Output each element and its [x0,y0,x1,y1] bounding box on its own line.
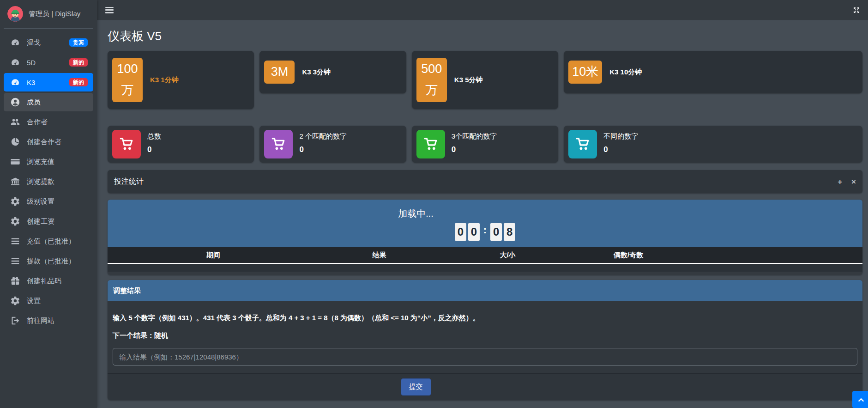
countdown-digit: 8 [504,223,515,241]
k3-card-label[interactable]: K3 5分钟 [454,76,483,85]
list-icon [10,236,20,246]
stat-card-value: 0 [603,145,638,154]
k3-amount-icon: 500万 [416,58,447,102]
sidebar-item-list-10[interactable]: 充值（已批准） [4,232,93,250]
main-area: 仪表板 V5 100万K3 1分钟3MK3 3分钟500万K3 5分钟10米K3… [97,0,868,408]
users-icon [10,117,20,127]
k3-amount-icon: 100万 [112,58,143,102]
badge: 新的 [69,78,88,86]
result-input[interactable] [113,348,857,365]
stat-card-value: 0 [147,145,161,154]
user-name: 管理员 | DigiSlay [29,10,80,18]
cogs-icon [10,216,20,226]
collapse-plus-icon[interactable]: + [838,178,842,186]
k3-card-3: 10米K3 10分钟 [564,51,862,93]
stat-card-0: 总数0 [108,126,254,163]
tachometer-icon [10,37,20,48]
sidebar-item-gift-12[interactable]: 创建礼品码 [4,272,93,290]
user-icon [10,97,20,107]
k3-card-label[interactable]: K3 10分钟 [609,68,642,77]
shopping-cart-icon [264,130,293,158]
k3-card-2: 500万K3 5分钟 [412,51,558,109]
sidebar-item-bank-7[interactable]: 浏览提款 [4,172,93,191]
countdown-digit: 0 [468,223,480,241]
adjust-result-title: 调整结果 [113,286,141,295]
stat-card-value: 0 [452,145,497,154]
countdown-digit: 0 [490,223,502,241]
sidebar-item-list-11[interactable]: 提款（已批准） [4,252,93,270]
results-column-header: 期间 [108,251,319,260]
sidebar-item-sign-out-14[interactable]: 前往网站 [4,311,93,330]
scroll-top-button[interactable] [852,391,868,408]
user-avatar [7,6,23,22]
menu-icon[interactable] [105,7,114,13]
bank-icon [10,177,20,187]
adjust-result-card: 调整结果 输入 5 个数字（例如 431）。431 代表 3 个骰子。总和为 4… [108,280,862,400]
sidebar-item-K3-2[interactable]: K3 新的 [4,73,93,91]
bet-stats-panel-header: 投注统计 + × [108,170,862,193]
results-column-header: 结果 [319,251,440,260]
tachometer-icon [10,77,20,87]
tachometer-icon [10,57,20,67]
next-result-label: 下一个结果：随机 [113,331,857,340]
countdown-digit: 0 [455,223,466,241]
results-column-header: 大/小 [440,251,575,260]
sidebar-item-users-4[interactable]: 合作者 [4,113,93,131]
top-navbar [97,0,868,20]
shopping-cart-icon [416,130,445,158]
submit-button[interactable]: 提交 [401,378,431,396]
results-column-header: 偶数/奇数 [576,251,681,260]
chart-pie-icon [10,137,20,147]
credit-card-icon [10,157,20,167]
gift-icon [10,276,20,286]
chevron-up-icon [857,396,865,404]
stat-card-value: 0 [299,145,347,154]
sidebar-item-chart-pie-5[interactable]: 创建合作者 [4,133,93,151]
stat-cards-row: 总数02 个匹配的数字03个匹配的数字0不同的数字0 [108,126,862,163]
k3-amount-icon: 10米 [568,61,602,84]
shopping-cart-icon [568,130,597,158]
sidebar-item-温戈-0[interactable]: 温戈 贵宾 [4,33,93,52]
k3-card-label[interactable]: K3 3分钟 [302,68,331,77]
sidebar-item-cogs-9[interactable]: 创建工资 [4,212,93,231]
sign-out-icon [10,316,20,326]
content-header: 仪表板 V5 [97,20,868,51]
close-icon[interactable]: × [851,178,856,186]
sidebar: 管理员 | DigiSlay 温戈 贵宾 5D 新的 K3 新的 成员 合作者 … [0,0,97,408]
sidebar-item-credit-card-6[interactable]: 浏览充值 [4,152,93,171]
stat-card-3: 不同的数字0 [564,126,862,163]
page-title: 仪表板 V5 [108,28,868,44]
loading-text: 加载中... [398,208,434,219]
k3-card-label[interactable]: K3 1分钟 [150,76,179,85]
results-table-body [108,264,862,272]
cogs-icon [10,196,20,207]
stat-card-1: 2 个匹配的数字0 [259,126,406,163]
stat-card-2: 3个匹配的数字0 [412,126,558,163]
bet-stats-card: 加载中... 0 0 : 0 8 期间结果大/小偶数/奇数 [108,200,862,275]
stat-card-label: 2 个匹配的数字 [299,132,347,141]
countdown-separator: : [483,224,487,236]
k3-cards-row: 100万K3 1分钟3MK3 3分钟500万K3 5分钟10米K3 10分钟 [108,51,862,109]
k3-card-1: 3MK3 3分钟 [259,51,406,93]
badge: 新的 [69,58,88,67]
list-icon [10,256,20,266]
stat-card-label: 不同的数字 [603,132,638,141]
instruction-text: 输入 5 个数字（例如 431）。431 代表 3 个骰子。总和为 4 + 3 … [113,314,857,323]
bet-stats-title: 投注统计 [114,177,144,187]
sidebar-item-5D-1[interactable]: 5D 新的 [4,53,93,72]
content: 100万K3 1分钟3MK3 3分钟500万K3 5分钟10米K3 10分钟 总… [97,51,868,400]
shopping-cart-icon [112,130,141,158]
countdown-timer: 0 0 : 0 8 [108,223,862,241]
badge: 贵宾 [69,38,88,47]
cog-icon [10,296,20,306]
sidebar-menu: 温戈 贵宾 5D 新的 K3 新的 成员 合作者 创建合作者 浏览充值 浏览提款… [4,33,93,330]
user-panel[interactable]: 管理员 | DigiSlay [4,0,93,29]
results-table-header: 期间结果大/小偶数/奇数 [108,247,862,264]
adjust-result-header: 调整结果 [108,280,862,301]
sidebar-item-cogs-8[interactable]: 级别设置 [4,192,93,211]
stat-card-label: 总数 [147,132,161,141]
sidebar-item-cog-13[interactable]: 设置 [4,292,93,310]
stat-card-label: 3个匹配的数字 [452,132,497,141]
sidebar-item-user-3[interactable]: 成员 [4,93,93,111]
expand-arrows-icon[interactable] [852,6,861,14]
